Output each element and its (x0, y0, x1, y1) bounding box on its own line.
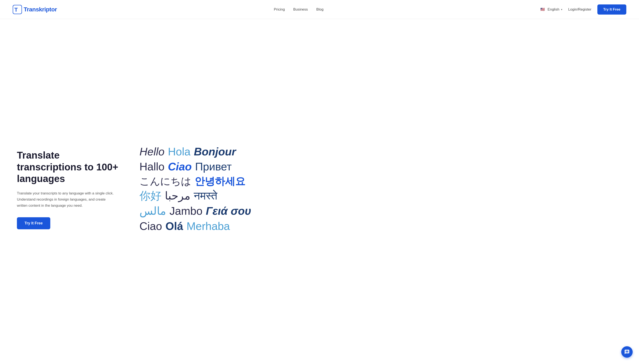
lang-row-1: Hello Hola Bonjour (139, 145, 236, 159)
word-privet: Привет (195, 160, 232, 174)
lang-row-3: こんにちは 안녕하세요 (139, 175, 245, 188)
login-register-link[interactable]: Login/Register (568, 8, 591, 12)
nav-blog[interactable]: Blog (316, 8, 324, 12)
nav-pricing[interactable]: Pricing (274, 8, 285, 12)
word-ciao: Ciao (168, 160, 192, 174)
lang-row-4: 你好 مرحبا नमस्ते (139, 189, 217, 203)
word-yiasou: Γειά σου (206, 204, 251, 218)
nav-business[interactable]: Business (293, 8, 308, 12)
word-annyeong: 안녕하세요 (195, 175, 245, 188)
word-marhaba: مرحبا (165, 189, 190, 203)
multilingual-display: Hello Hola Bonjour Hallo Ciao Привет こんに… (127, 145, 626, 234)
chat-support-button[interactable] (621, 346, 633, 358)
logo-icon: T (13, 5, 22, 14)
hero-section: Translate transcriptions to 100+ languag… (0, 19, 639, 364)
hero-description: Translate your transcripts to any langua… (17, 190, 114, 209)
lang-row-2: Hallo Ciao Привет (139, 160, 232, 174)
hero-left: Translate transcriptions to 100+ languag… (17, 150, 127, 229)
logo-text: Transkriptor (24, 6, 57, 13)
word-jambo: Jambo (169, 204, 202, 218)
word-hallo: Hallo (139, 160, 165, 174)
language-label: English (547, 8, 559, 12)
nav-right: 🇺🇸 English ▾ Login/Register Try It Free (540, 4, 626, 14)
navbar: T Transkriptor Pricing Business Blog 🇺🇸 … (0, 0, 639, 19)
hero-title: Translate transcriptions to 100+ languag… (17, 150, 127, 184)
hero-try-free-button[interactable]: Try It Free (17, 217, 50, 229)
svg-text:T: T (14, 6, 18, 13)
chevron-down-icon: ▾ (561, 8, 562, 11)
word-ciao2: Ciao (139, 219, 162, 234)
flag-icon: 🇺🇸 (540, 8, 546, 12)
word-konnichiwa: こんにちは (139, 175, 191, 188)
chat-icon (624, 349, 630, 355)
word-namaste: नमस्ते (194, 189, 217, 203)
word-hello: Hello (139, 145, 165, 159)
word-nihao: 你好 (139, 189, 161, 203)
lang-row-6: Ciao Olá Merhaba (139, 219, 230, 234)
nav-links: Pricing Business Blog (274, 8, 324, 12)
logo[interactable]: T Transkriptor (13, 5, 57, 14)
word-salam: مالس (139, 204, 166, 218)
word-bonjour: Bonjour (194, 145, 236, 159)
language-selector[interactable]: 🇺🇸 English ▾ (540, 8, 562, 12)
word-ola: Olá (165, 219, 183, 234)
word-hola: Hola (168, 145, 191, 159)
navbar-try-free-button[interactable]: Try It Free (597, 4, 626, 14)
lang-row-5: مالس Jambo Γειά σου (139, 204, 251, 218)
word-merhaba: Merhaba (187, 219, 230, 234)
